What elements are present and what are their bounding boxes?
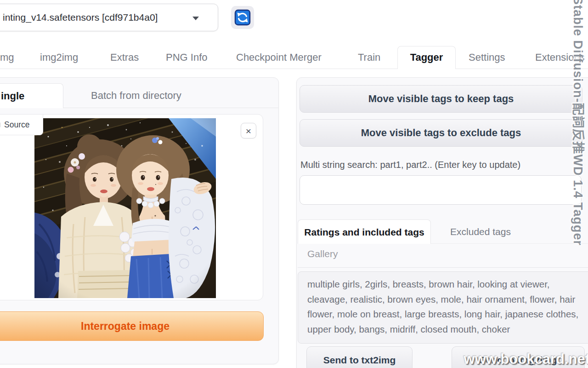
tab-extras[interactable]: Extras — [110, 46, 139, 69]
tab-excluded-tags[interactable]: Excluded tags — [441, 219, 520, 244]
gallery-label: Gallery — [307, 248, 338, 259]
move-to-exclude-tags-button[interactable]: Move visible tags to exclude tags — [300, 119, 582, 147]
source-tab-label: Source — [4, 120, 29, 130]
tab-train[interactable]: Train — [358, 46, 380, 69]
tab-ratings-included-tags[interactable]: Ratings and included tags — [298, 219, 431, 244]
move-to-keep-tags-button[interactable]: Move visible tags to keep tags — [300, 85, 582, 113]
source-image[interactable] — [34, 118, 216, 298]
tab-tagger[interactable]: Tagger — [397, 46, 456, 69]
image-upload-box: Source — [0, 114, 263, 300]
tab-txt2img[interactable]: mg — [0, 46, 14, 69]
tab-batch-from-directory[interactable]: Batch from directory — [91, 83, 181, 108]
tab-png-info[interactable]: PNG Info — [166, 46, 207, 69]
tab-single-process[interactable]: ingle process — [0, 83, 63, 108]
chevron-down-icon — [192, 17, 199, 20]
gallery-divider — [298, 267, 588, 268]
refresh-icon — [234, 9, 251, 26]
model-checkpoint-value: inting_v14.safetensors [cdf971b4a0] — [3, 4, 158, 31]
send-to-img2img-button[interactable]: Send to img2img — [452, 346, 585, 368]
interrogate-image-button[interactable]: Interrogate image — [0, 311, 264, 341]
multi-string-search-input[interactable] — [300, 175, 582, 205]
source-tab[interactable]: Source — [0, 115, 43, 135]
close-icon[interactable]: × — [241, 123, 256, 138]
model-checkpoint-dropdown[interactable]: inting_v14.safetensors [cdf971b4a0] — [0, 4, 218, 31]
photo-illustration — [34, 118, 216, 298]
send-to-txt2img-button[interactable]: Send to txt2img — [306, 346, 413, 368]
refresh-checkpoints-button[interactable] — [231, 6, 254, 29]
image-icon — [0, 121, 0, 129]
tab-checkpoint-merger[interactable]: Checkpoint Merger — [236, 46, 322, 69]
multi-string-search-label: Multi string search: part1, part2.. (Ent… — [300, 160, 520, 170]
app-window: inting_v14.safetensors [cdf971b4a0] mg i… — [0, 0, 588, 368]
tab-extensions[interactable]: Extensions — [535, 46, 585, 69]
tab-settings[interactable]: Settings — [469, 46, 505, 69]
tags-tab-divider — [431, 243, 588, 244]
tab-img2img[interactable]: img2img — [40, 46, 78, 69]
detected-tags-text: multiple girls, 2girls, breasts, brown h… — [298, 271, 588, 344]
tags-panel: Move visible tags to keep tags Move visi… — [296, 77, 588, 368]
single-process-panel: ingle process Batch from directory Sourc… — [0, 77, 279, 364]
